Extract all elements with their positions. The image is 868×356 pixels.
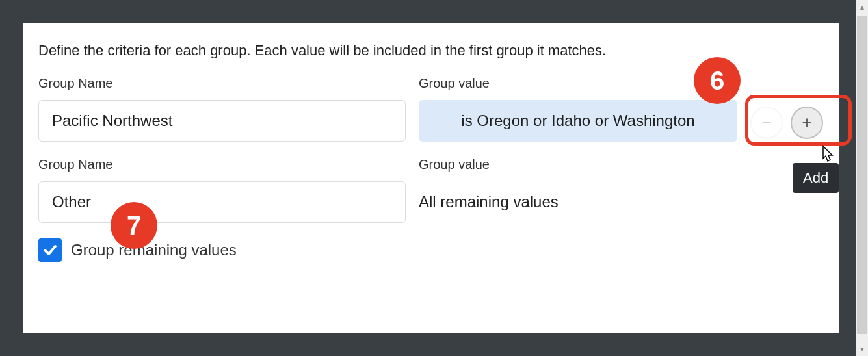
group-name-input[interactable] <box>38 100 406 142</box>
group-value-column: Group value is Oregon or Idaho or Washin… <box>419 76 737 142</box>
group-value-label: Group value <box>419 157 737 172</box>
add-tooltip: Add <box>793 163 839 193</box>
check-icon <box>42 242 58 258</box>
group-value-column: Group value All remaining values <box>419 157 737 223</box>
callout-badge-7: 7 <box>111 202 157 249</box>
plus-icon <box>800 116 814 130</box>
group-row: Group Name Group value All remaining val… <box>38 157 823 223</box>
group-name-label: Group Name <box>38 157 406 172</box>
scrollbar-up-arrow[interactable]: ▴ <box>856 1 868 13</box>
group-value-pill[interactable]: is Oregon or Idaho or Washington <box>419 100 737 142</box>
add-group-button[interactable] <box>791 107 823 139</box>
remove-group-button <box>750 107 783 139</box>
row-buttons <box>750 76 823 139</box>
group-value-label: Group value <box>419 76 737 91</box>
group-remaining-checkbox[interactable] <box>38 238 62 262</box>
scrollbar-thumb[interactable] <box>857 16 867 334</box>
group-value-text: All remaining values <box>419 181 737 223</box>
group-remaining-label: Group remaining values <box>71 241 237 259</box>
instruction-text: Define the criteria for each group. Each… <box>38 42 823 59</box>
group-name-label: Group Name <box>38 76 406 91</box>
minus-icon <box>759 116 774 130</box>
group-name-input[interactable] <box>38 181 406 223</box>
group-name-column: Group Name <box>38 76 406 142</box>
scrollbar-track[interactable]: ▴ ▾ <box>856 0 868 356</box>
callout-badge-6: 6 <box>694 57 741 104</box>
group-remaining-row: Group remaining values <box>38 238 823 262</box>
scrollbar-down-arrow[interactable]: ▾ <box>856 343 868 355</box>
group-name-column: Group Name <box>38 157 406 223</box>
